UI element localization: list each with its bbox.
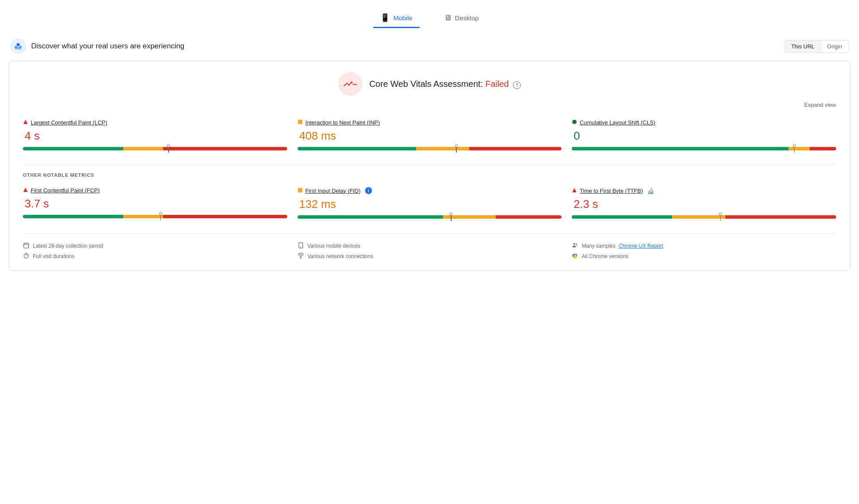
url-toggle: This URL Origin	[785, 40, 849, 53]
other-metrics-label: OTHER NOTABLE METRICS	[23, 172, 836, 178]
bar-marker-lcp	[168, 145, 169, 153]
footer-network-text: Various network connections	[308, 253, 374, 259]
metric-value-cls: 0	[572, 129, 836, 143]
devices-icon	[298, 242, 304, 250]
footer-item-collection: Latest 28-day collection period	[23, 241, 287, 251]
metric-inp: Interaction to Next Paint (INP) 408 ms	[298, 115, 562, 156]
core-metrics-grid: Largest Contentful Paint (LCP) 4 s Inter…	[23, 115, 836, 156]
tab-mobile-label: Mobile	[393, 14, 412, 22]
assessment-icon	[338, 72, 362, 96]
network-icon	[298, 252, 304, 260]
calendar-icon	[23, 242, 29, 250]
metric-status-icon-fcp	[23, 187, 28, 194]
metric-value-lcp: 4 s	[23, 129, 287, 143]
tab-bar: 📱 Mobile 🖥 Desktop	[9, 9, 850, 28]
timer-icon	[23, 252, 29, 260]
svg-marker-13	[572, 188, 577, 192]
svg-point-25	[574, 243, 575, 245]
desktop-icon: 🖥	[444, 13, 452, 22]
expand-view: Expand view	[23, 101, 836, 108]
bar-marker-fcp	[160, 213, 161, 220]
bar-marker-inp	[456, 145, 457, 153]
svg-line-3	[344, 83, 346, 86]
avatar	[10, 38, 26, 54]
footer-visit-text: Full visit durations	[33, 253, 74, 259]
svg-rect-14	[24, 243, 29, 248]
metric-bar-lcp	[23, 147, 287, 150]
flask-icon: 🔬	[647, 187, 654, 194]
footer-collection-text: Latest 28-day collection period	[33, 243, 103, 249]
metric-ttfb: Time to First Byte (TTFB) 🔬 2.3 s	[572, 183, 836, 225]
footer-item-chrome: All Chrome versions	[572, 251, 836, 262]
info-icon[interactable]: i	[365, 187, 372, 194]
svg-point-28	[574, 255, 576, 257]
svg-point-24	[300, 257, 301, 258]
metric-label-fcp: First Contentful Paint (FCP)	[23, 187, 287, 194]
metric-status-icon-cls	[572, 119, 577, 126]
main-card: Core Web Vitals Assessment: Failed ? Exp…	[9, 61, 850, 271]
metric-label-ttfb: Time to First Byte (TTFB) 🔬	[572, 187, 836, 194]
footer-samples-text: Many samples	[582, 243, 615, 249]
bar-marker-cls	[794, 145, 795, 153]
footer-devices-text: Various mobile devices	[308, 243, 361, 249]
chrome-ux-report-link[interactable]: Chrome UX Report	[619, 243, 663, 249]
metric-bar-fid	[298, 215, 562, 219]
metric-bar-inp	[298, 147, 562, 150]
svg-point-1	[15, 46, 17, 48]
metric-link-fid[interactable]: First Input Delay (FID)	[305, 188, 361, 194]
bar-marker-ttfb	[720, 213, 721, 221]
metric-value-fcp: 3.7 s	[23, 197, 287, 211]
svg-point-10	[572, 120, 577, 124]
svg-rect-9	[298, 120, 302, 124]
metric-link-inp[interactable]: Interaction to Next Paint (INP)	[305, 119, 380, 126]
this-url-button[interactable]: This URL	[785, 41, 821, 52]
footer-item-network: Various network connections	[298, 251, 562, 262]
footer-col1: Latest 28-day collection period Full vis…	[23, 241, 287, 262]
svg-line-4	[347, 83, 349, 85]
metric-link-cls[interactable]: Cumulative Layout Shift (CLS)	[580, 119, 655, 126]
tab-desktop[interactable]: 🖥 Desktop	[437, 9, 486, 28]
expand-view-link[interactable]: Expand view	[804, 102, 836, 108]
help-icon[interactable]: ?	[513, 81, 521, 89]
metric-label-fid: First Input Delay (FID) i	[298, 187, 562, 194]
metric-label-lcp: Largest Contentful Paint (LCP)	[23, 119, 287, 126]
metric-label-cls: Cumulative Layout Shift (CLS)	[572, 119, 836, 126]
metric-bar-fcp	[23, 215, 287, 218]
assessment-header: Core Web Vitals Assessment: Failed ?	[23, 72, 836, 96]
svg-point-0	[16, 43, 19, 46]
metric-status-icon-lcp	[23, 119, 28, 126]
metric-link-fcp[interactable]: First Contentful Paint (FCP)	[31, 187, 100, 194]
svg-marker-11	[23, 188, 28, 192]
footer-chrome-text: All Chrome versions	[582, 253, 628, 259]
people-icon	[572, 242, 578, 250]
page-header: Discover what your real users are experi…	[9, 38, 850, 54]
chrome-icon	[572, 252, 578, 260]
metric-value-ttfb: 2.3 s	[572, 198, 836, 211]
footer-section: Latest 28-day collection period Full vis…	[23, 233, 836, 262]
metric-link-lcp[interactable]: Largest Contentful Paint (LCP)	[31, 119, 107, 126]
tab-desktop-label: Desktop	[455, 14, 479, 22]
svg-point-2	[19, 46, 22, 48]
metric-status-icon-inp	[298, 119, 303, 126]
bar-marker-fid	[451, 213, 452, 221]
metric-status-icon-ttfb	[572, 188, 577, 194]
metric-link-ttfb[interactable]: Time to First Byte (TTFB)	[580, 188, 643, 194]
metric-bar-cls	[572, 147, 836, 150]
svg-rect-12	[298, 188, 302, 192]
metric-value-inp: 408 ms	[298, 129, 562, 143]
svg-marker-8	[23, 120, 28, 124]
header-left: Discover what your real users are experi…	[10, 38, 184, 54]
metric-value-fid: 132 ms	[298, 198, 562, 211]
metric-status-icon-fid	[298, 188, 303, 194]
origin-button[interactable]: Origin	[821, 41, 848, 52]
metric-label-inp: Interaction to Next Paint (INP)	[298, 119, 562, 126]
assessment-title: Core Web Vitals Assessment: Failed ?	[369, 79, 521, 89]
svg-line-21	[28, 254, 28, 255]
footer-item-devices: Various mobile devices	[298, 241, 562, 251]
footer-item-visit: Full visit durations	[23, 251, 287, 262]
tab-mobile[interactable]: 📱 Mobile	[373, 9, 419, 28]
metric-fid: First Input Delay (FID) i 132 ms	[298, 183, 562, 225]
metric-fcp: First Contentful Paint (FCP) 3.7 s	[23, 183, 287, 225]
footer-item-samples: Many samples Chrome UX Report	[572, 241, 836, 251]
svg-point-26	[576, 243, 577, 245]
